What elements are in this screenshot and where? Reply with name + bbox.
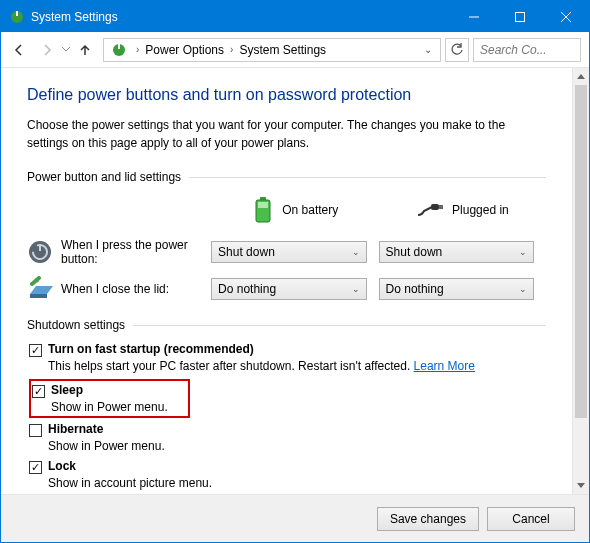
svg-rect-3 [516, 12, 525, 21]
power-options-icon [110, 41, 128, 59]
footer: Save changes Cancel [1, 494, 589, 542]
lock-label: Lock [48, 459, 76, 473]
cancel-button[interactable]: Cancel [487, 507, 575, 531]
chevron-down-icon[interactable]: ⌄ [418, 44, 438, 55]
scrollbar[interactable] [572, 68, 589, 494]
window-title: System Settings [31, 10, 451, 24]
col-plugged-in: Plugged in [379, 196, 546, 224]
svg-rect-17 [30, 294, 47, 298]
battery-icon [252, 196, 274, 224]
scroll-up-button[interactable] [573, 68, 589, 85]
history-dropdown[interactable] [61, 38, 71, 62]
col-on-battery: On battery [212, 196, 379, 224]
window-controls [451, 1, 589, 32]
window: System Settings › Power Options › System… [0, 0, 590, 543]
page-title: Define power buttons and turn on passwor… [27, 86, 546, 104]
maximize-button[interactable] [497, 1, 543, 32]
forward-button[interactable] [35, 38, 59, 62]
fast-startup-sub: This helps start your PC faster after sh… [48, 359, 546, 373]
navbar: › Power Options › System Settings ⌄ Sear… [1, 32, 589, 68]
fast-startup-checkbox[interactable] [29, 344, 42, 357]
scroll-thumb[interactable] [575, 85, 587, 418]
minimize-button[interactable] [451, 1, 497, 32]
chevron-down-icon: ⌄ [352, 284, 360, 294]
plug-icon [416, 201, 444, 219]
section-power-button-lid: Power button and lid settings [27, 170, 546, 184]
breadcrumb[interactable]: › Power Options › System Settings ⌄ [103, 38, 441, 62]
lid-plugged-select[interactable]: Do nothing⌄ [379, 278, 534, 300]
page-description: Choose the power settings that you want … [27, 116, 546, 152]
lock-checkbox[interactable] [29, 461, 42, 474]
lock-sub: Show in account picture menu. [48, 476, 546, 490]
content: Define power buttons and turn on passwor… [1, 68, 572, 494]
chevron-down-icon: ⌄ [519, 247, 527, 257]
svg-rect-11 [431, 204, 439, 210]
breadcrumb-system-settings[interactable]: System Settings [237, 43, 328, 57]
row-power-button: When I press the power button: Shut down… [27, 238, 546, 266]
column-headers: On battery Plugged in [27, 196, 546, 224]
hibernate-checkbox[interactable] [29, 424, 42, 437]
save-button[interactable]: Save changes [377, 507, 479, 531]
chevron-right-icon: › [226, 44, 237, 55]
chevron-right-icon: › [132, 44, 143, 55]
row-close-lid: When I close the lid: Do nothing⌄ Do not… [27, 276, 546, 302]
up-button[interactable] [73, 38, 97, 62]
back-button[interactable] [7, 38, 31, 62]
chevron-down-icon: ⌄ [519, 284, 527, 294]
row-label: When I press the power button: [61, 238, 211, 266]
chevron-down-icon: ⌄ [352, 247, 360, 257]
power-button-icon [27, 239, 53, 265]
lid-icon [27, 276, 53, 302]
app-icon [9, 9, 25, 25]
lid-battery-select[interactable]: Do nothing⌄ [211, 278, 366, 300]
hibernate-sub: Show in Power menu. [48, 439, 546, 453]
sleep-sub: Show in Power menu. [51, 400, 168, 414]
power-button-plugged-select[interactable]: Shut down⌄ [379, 241, 534, 263]
section-shutdown: Shutdown settings [27, 318, 546, 332]
hibernate-label: Hibernate [48, 422, 103, 436]
sleep-checkbox[interactable] [32, 385, 45, 398]
close-button[interactable] [543, 1, 589, 32]
highlight-sleep: Sleep Show in Power menu. [29, 379, 190, 418]
power-button-battery-select[interactable]: Shut down⌄ [211, 241, 366, 263]
svg-rect-1 [16, 11, 18, 16]
svg-rect-10 [258, 202, 268, 208]
learn-more-link[interactable]: Learn More [414, 359, 475, 373]
titlebar: System Settings [1, 1, 589, 32]
scroll-track[interactable] [573, 85, 589, 477]
svg-rect-7 [118, 44, 120, 49]
sleep-label: Sleep [51, 383, 83, 397]
row-label: When I close the lid: [61, 282, 169, 296]
scroll-down-button[interactable] [573, 477, 589, 494]
search-input[interactable]: Search Co... [473, 38, 581, 62]
fast-startup-label: Turn on fast startup (recommended) [48, 342, 254, 356]
breadcrumb-power-options[interactable]: Power Options [143, 43, 226, 57]
refresh-button[interactable] [445, 38, 469, 62]
